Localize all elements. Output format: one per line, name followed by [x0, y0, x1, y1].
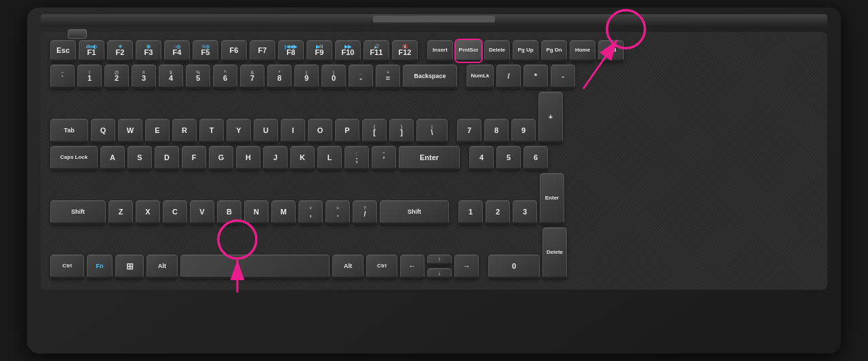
key-y[interactable]: Y	[226, 119, 251, 143]
key-windows[interactable]: ⊞	[115, 254, 144, 279]
key-x[interactable]: X	[136, 200, 160, 225]
key-num-minus[interactable]: -	[551, 64, 575, 89]
key-capslock[interactable]: Caps Lock	[50, 146, 98, 170]
key-pgdn[interactable]: Pg Dn	[541, 40, 567, 62]
key-backtick[interactable]: ~`	[50, 64, 75, 89]
key-1[interactable]: !1	[77, 64, 102, 89]
key-f9[interactable]: ▶/IIF9	[307, 40, 332, 62]
key-end[interactable]: End	[598, 40, 624, 62]
key-period[interactable]: >.	[326, 200, 350, 225]
key-5[interactable]: %5	[186, 64, 210, 89]
key-arrow-left[interactable]: ←	[400, 254, 425, 279]
key-numlock[interactable]: NumLk	[467, 64, 494, 89]
key-8[interactable]: *8	[267, 64, 292, 89]
power-button[interactable]	[68, 29, 87, 39]
key-num-8[interactable]: 8	[484, 119, 509, 143]
key-n[interactable]: N	[244, 200, 269, 225]
key-f[interactable]: F	[182, 146, 206, 170]
key-b[interactable]: B	[217, 200, 241, 225]
key-num-6[interactable]: 6	[524, 146, 548, 170]
key-slash[interactable]: ?/	[353, 200, 377, 225]
key-2[interactable]: @2	[104, 64, 129, 89]
key-p[interactable]: P	[335, 119, 359, 143]
key-f5[interactable]: ☆◎F5	[193, 40, 218, 62]
key-9[interactable]: (9	[294, 64, 319, 89]
key-f3[interactable]: ⊞F3	[136, 40, 161, 62]
key-num-1[interactable]: 1	[458, 200, 483, 225]
key-z[interactable]: Z	[108, 200, 133, 225]
key-u[interactable]: U	[254, 119, 278, 143]
key-delete-top[interactable]: Delete	[484, 40, 510, 62]
key-num-0[interactable]: 0	[488, 254, 540, 279]
key-t[interactable]: T	[199, 119, 224, 143]
key-ctrl-right[interactable]: Ctrl	[366, 254, 397, 279]
key-m[interactable]: M	[271, 200, 296, 225]
key-w[interactable]: W	[118, 119, 142, 143]
key-c[interactable]: C	[163, 200, 187, 225]
key-7[interactable]: &7	[240, 64, 264, 89]
key-pgup[interactable]: Pg Up	[513, 40, 538, 62]
key-r[interactable]: R	[172, 119, 197, 143]
key-arrow-right[interactable]: →	[454, 254, 479, 279]
key-num-9[interactable]: 9	[511, 119, 536, 143]
key-shift-right[interactable]: Shift	[380, 200, 449, 225]
key-f12[interactable]: 🔇F12	[392, 40, 418, 62]
key-f2[interactable]: ☀F2	[107, 40, 133, 62]
key-num-plus[interactable]: +	[538, 92, 563, 143]
key-h[interactable]: H	[236, 146, 260, 170]
key-k[interactable]: K	[290, 146, 315, 170]
key-d[interactable]: D	[155, 146, 179, 170]
key-f4[interactable]: ○◎F4	[164, 40, 190, 62]
key-quote[interactable]: "'	[372, 146, 396, 170]
key-prtscr[interactable]: PrntScr	[456, 40, 481, 62]
key-alt-right[interactable]: Alt	[332, 254, 363, 279]
key-backspace[interactable]: Backspace	[403, 64, 457, 89]
key-esc[interactable]: Esc	[50, 40, 76, 62]
key-num-asterisk[interactable]: *	[524, 64, 548, 89]
key-j[interactable]: J	[263, 146, 288, 170]
key-num-delete[interactable]: Delete	[542, 227, 567, 279]
key-f7[interactable]: F7	[250, 40, 275, 62]
key-num-5[interactable]: 5	[496, 146, 521, 170]
key-a[interactable]: A	[100, 146, 125, 170]
key-arrow-up[interactable]: ↑	[427, 254, 452, 265]
key-num-7[interactable]: 7	[457, 119, 481, 143]
key-tab[interactable]: Tab	[50, 119, 88, 143]
key-num-4[interactable]: 4	[469, 146, 494, 170]
key-0[interactable]: )0	[321, 64, 346, 89]
key-semicolon[interactable]: :;	[344, 146, 369, 170]
key-num-2[interactable]: 2	[486, 200, 510, 225]
key-home[interactable]: Home	[570, 40, 595, 62]
key-4[interactable]: $4	[159, 64, 183, 89]
key-num-enter[interactable]: Enter	[540, 173, 564, 225]
key-l[interactable]: L	[317, 146, 342, 170]
key-bracket-left[interactable]: {[	[362, 119, 387, 143]
key-arrow-down[interactable]: ↓	[427, 268, 452, 279]
key-i[interactable]: I	[281, 119, 305, 143]
key-f6[interactable]: F6	[221, 40, 247, 62]
key-comma[interactable]: <,	[298, 200, 323, 225]
key-ctrl-left[interactable]: Ctrl	[50, 254, 84, 279]
key-minus[interactable]: _-	[349, 64, 373, 89]
key-q[interactable]: Q	[91, 119, 115, 143]
key-num-slash[interactable]: /	[496, 64, 521, 89]
key-insert[interactable]: Insert	[427, 40, 453, 62]
key-s[interactable]: S	[127, 146, 152, 170]
key-g[interactable]: G	[209, 146, 233, 170]
key-f8[interactable]: |◀◀ ▶F8	[278, 40, 304, 62]
key-v[interactable]: V	[190, 200, 214, 225]
key-e[interactable]: E	[145, 119, 170, 143]
key-6[interactable]: ^6	[213, 64, 237, 89]
key-enter[interactable]: Enter	[399, 146, 460, 170]
key-fn[interactable]: Fn	[87, 254, 113, 279]
key-f1[interactable]: dio◐F1	[79, 40, 104, 62]
key-3[interactable]: #3	[132, 64, 156, 89]
key-num-3[interactable]: 3	[513, 200, 537, 225]
key-f10[interactable]: ▶▶F10	[335, 40, 361, 62]
key-alt-left[interactable]: Alt	[146, 254, 178, 279]
key-shift-left[interactable]: Shift	[50, 200, 106, 225]
key-f11[interactable]: 🔊F11	[363, 40, 389, 62]
key-space[interactable]	[180, 254, 330, 279]
key-o[interactable]: O	[308, 119, 332, 143]
key-bracket-right[interactable]: }]	[389, 119, 414, 143]
